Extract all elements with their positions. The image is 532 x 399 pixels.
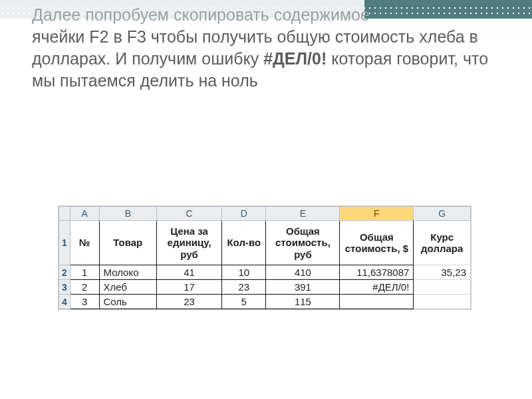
spreadsheet: A B C D E F G 1 № Товар Цена за единицу,…: [59, 206, 471, 309]
cell-G3[interactable]: [414, 280, 471, 295]
col-letter-E[interactable]: E: [266, 207, 340, 221]
cell-G4[interactable]: [414, 295, 471, 309]
table-row: 2 1 Молоко 41 10 410 11,6378087 35,23: [59, 265, 471, 280]
row-number-1[interactable]: 1: [59, 221, 70, 265]
slide-body-text: Далее попробуем скопировать содержимое я…: [32, 4, 500, 92]
row-number-4[interactable]: 4: [59, 295, 70, 309]
cell-E3[interactable]: 391: [266, 280, 340, 295]
col-letter-D[interactable]: D: [222, 207, 266, 221]
spreadsheet-table: A B C D E F G 1 № Товар Цена за единицу,…: [59, 206, 471, 309]
cell-D3[interactable]: 23: [222, 280, 266, 295]
header-item[interactable]: Товар: [99, 221, 157, 265]
header-total-rub[interactable]: Общая стоимость, руб: [266, 221, 340, 265]
cell-F3[interactable]: #ДЕЛ/0!: [340, 280, 414, 295]
slide-line1: Далее попробуем скопировать содержимое: [32, 5, 370, 24]
table-row: 3 2 Хлеб 17 23 391 #ДЕЛ/0!: [59, 280, 471, 295]
cell-B4[interactable]: Соль: [99, 295, 157, 309]
table-row: 4 3 Соль 23 5 115: [59, 295, 471, 309]
col-letter-C[interactable]: C: [157, 207, 222, 221]
cell-D4[interactable]: 5: [222, 295, 266, 309]
cell-B3[interactable]: Хлеб: [99, 280, 157, 295]
col-letter-G[interactable]: G: [414, 207, 471, 221]
cell-G2[interactable]: 35,23: [414, 265, 471, 280]
cell-E4[interactable]: 115: [266, 295, 340, 309]
row-number-3[interactable]: 3: [59, 280, 70, 295]
cell-C4[interactable]: 23: [157, 295, 222, 309]
header-price[interactable]: Цена за единицу, руб: [157, 221, 222, 265]
table-header-row: 1 № Товар Цена за единицу, руб Кол-во Об…: [59, 221, 471, 265]
corner-cell[interactable]: [59, 207, 70, 221]
cell-A2[interactable]: 1: [70, 265, 99, 280]
column-letters-row: A B C D E F G: [59, 207, 471, 221]
cell-F2[interactable]: 11,6378087: [340, 265, 414, 280]
header-qty[interactable]: Кол-во: [222, 221, 266, 265]
col-letter-A[interactable]: A: [70, 207, 99, 221]
row-number-2[interactable]: 2: [59, 265, 70, 280]
header-total-usd[interactable]: Общая стоимость, $: [340, 221, 414, 265]
cell-A3[interactable]: 2: [70, 280, 99, 295]
header-rate[interactable]: Курс доллара: [414, 221, 471, 265]
cell-C3[interactable]: 17: [157, 280, 222, 295]
col-letter-B[interactable]: B: [99, 207, 157, 221]
cell-C2[interactable]: 41: [157, 265, 222, 280]
col-letter-F[interactable]: F: [340, 207, 414, 221]
cell-F4[interactable]: [340, 295, 414, 309]
header-n[interactable]: №: [70, 221, 99, 265]
cell-E2[interactable]: 410: [266, 265, 340, 280]
cell-A4[interactable]: 3: [70, 295, 99, 309]
error-code: #ДЕЛ/0!: [263, 49, 327, 68]
cell-B2[interactable]: Молоко: [99, 265, 157, 280]
cell-D2[interactable]: 10: [222, 265, 266, 280]
